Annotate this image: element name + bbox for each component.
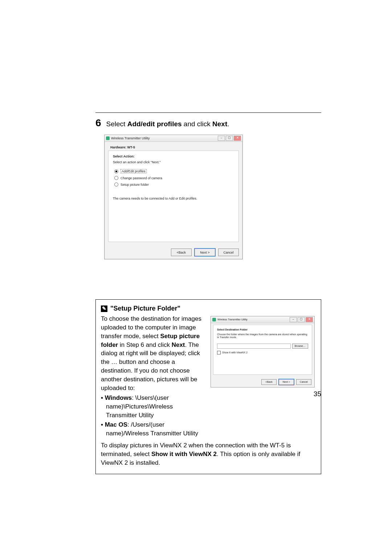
radio-icon — [114, 182, 118, 186]
checkbox-icon — [217, 351, 221, 354]
select-action-sub: Select an action and click "Next." — [113, 160, 234, 164]
radio-icon — [114, 176, 118, 180]
dialog-titlebar: Wireless Transmitter Utility – ▢ ✕ — [105, 135, 242, 142]
wizard-dialog-select-destination: Wireless Transmitter Utility – ▢ ✕ Selec… — [211, 316, 315, 387]
dialog-titlebar: Wireless Transmitter Utility – ▢ ✕ — [211, 316, 314, 323]
top-rule — [95, 112, 321, 113]
note-para2: To display pictures in ViewNX 2 when the… — [101, 441, 316, 467]
radio-change-password[interactable]: Change password of camera — [114, 176, 234, 180]
destination-path-input[interactable] — [217, 344, 291, 349]
radio-icon — [114, 169, 118, 173]
connection-note: The camera needs to be connected to Add … — [113, 197, 234, 200]
destination-sub: Choose the folder where the images from … — [217, 333, 308, 339]
hardware-line: Hardware: WT-5 — [108, 144, 239, 151]
select-action-heading: Select Action: — [113, 155, 234, 158]
dialog-title: Wireless Transmitter Utility — [111, 136, 150, 140]
page-number: 35 — [314, 390, 321, 398]
minimize-button[interactable]: – — [290, 317, 297, 322]
radio-add-edit-profiles[interactable]: Add/Edit profiles — [114, 169, 234, 173]
maximize-button[interactable]: ▢ — [298, 317, 305, 322]
dialog-title: Wireless Transmitter Utility — [217, 318, 248, 321]
back-button[interactable]: <Back — [261, 379, 277, 385]
note-text-column: To choose the destination for images upl… — [101, 315, 204, 441]
back-button[interactable]: <Back — [171, 249, 192, 256]
show-viewnx-checkbox[interactable]: Show it with ViewNX 2 — [217, 351, 308, 354]
app-icon — [106, 136, 110, 140]
minimize-button[interactable]: – — [218, 136, 225, 141]
list-item-windows: Windows: \Users\(user name)\Pictures\Wir… — [101, 394, 204, 419]
browse-button[interactable]: Browse… — [292, 344, 308, 349]
note-image-column: Wireless Transmitter Utility – ▢ ✕ Selec… — [211, 315, 316, 441]
note-icon: ✎ — [101, 305, 107, 312]
step-text: Select Add/edit profiles and click Next. — [106, 120, 229, 128]
default-paths-list: Windows: \Users\(user name)\Pictures\Wir… — [101, 394, 204, 438]
next-button[interactable]: Next > — [279, 379, 294, 385]
next-button[interactable]: Next > — [195, 249, 215, 256]
app-icon — [212, 318, 216, 321]
close-button[interactable]: ✕ — [234, 136, 241, 141]
close-button[interactable]: ✕ — [306, 317, 313, 322]
note-title: "Setup Picture Folder" — [110, 304, 180, 313]
setup-picture-folder-note: ✎ "Setup Picture Folder" To choose the d… — [95, 299, 321, 474]
list-item-macos: Mac OS: /Users/(user name)/Wireless Tran… — [101, 420, 204, 438]
action-radios: Add/Edit profiles Change password of cam… — [114, 169, 234, 186]
cancel-button[interactable]: Cancel — [218, 249, 239, 256]
cancel-button[interactable]: Cancel — [296, 379, 311, 385]
step-number: 6 — [95, 117, 101, 129]
destination-heading: Select Destination Folder — [217, 328, 308, 332]
wizard-dialog-select-action: Wireless Transmitter Utility – ▢ ✕ Hardw… — [104, 135, 243, 259]
step-6-heading: 6 Select Add/edit profiles and click Nex… — [95, 117, 321, 129]
maximize-button[interactable]: ▢ — [226, 136, 233, 141]
radio-setup-picture-folder[interactable]: Setup picture folder — [114, 182, 234, 186]
